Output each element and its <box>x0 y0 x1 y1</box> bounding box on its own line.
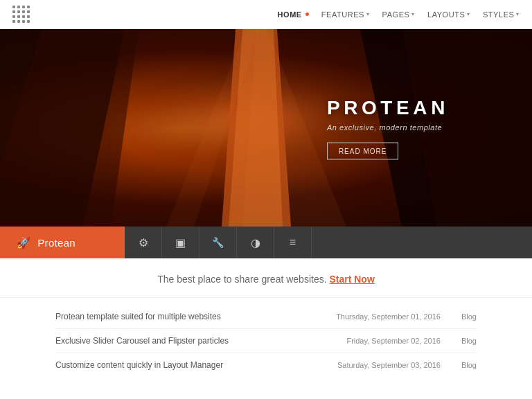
hero-canyon-svg <box>0 29 532 227</box>
nav-links: HOME FEATURES ▾ PAGES ▾ LAYOUTS ▾ STYLES… <box>278 10 520 19</box>
hero-section: PROTEAN An exclusive, modern template RE… <box>0 29 532 227</box>
toolbar-actions: ⚙ ▣ 🔧 ◑ ≡ <box>125 227 532 258</box>
nav-home-dot <box>305 12 309 16</box>
start-now-link[interactable]: Start Now <box>329 274 374 285</box>
posts-list: Protean template suited for multiple web… <box>0 298 532 384</box>
settings-button[interactable]: ⚙ <box>125 227 162 258</box>
hamburger-icon: ≡ <box>290 236 296 249</box>
toolbar: 🚀 Protean ⚙ ▣ 🔧 ◑ ≡ <box>0 227 532 258</box>
wrench-button[interactable]: 🔧 <box>200 227 237 258</box>
rocket-icon: 🚀 <box>17 236 30 249</box>
table-row: Exclusive Slider Carousel and Flipster p… <box>55 329 477 353</box>
post-date: Thursday, September 01, 2016 <box>336 312 441 321</box>
post-date: Friday, September 02, 2016 <box>346 337 441 345</box>
table-row: Protean template suited for multiple web… <box>55 305 477 329</box>
contrast-button[interactable]: ◑ <box>237 227 274 258</box>
layout-button[interactable]: ▣ <box>162 227 200 258</box>
nav-item-layouts[interactable]: LAYOUTS ▾ <box>427 10 470 19</box>
menu-button[interactable]: ≡ <box>274 227 312 258</box>
main-nav: HOME FEATURES ▾ PAGES ▾ LAYOUTS ▾ STYLES… <box>0 0 532 29</box>
hero-content: PROTEAN An exclusive, modern template RE… <box>327 96 449 159</box>
hero-title: PROTEAN <box>327 96 449 118</box>
nav-item-styles[interactable]: STYLES ▾ <box>483 10 520 19</box>
toolbar-brand[interactable]: 🚀 Protean <box>0 227 125 258</box>
post-title: Customize content quickly in Layout Mana… <box>55 360 317 370</box>
table-row: Customize content quickly in Layout Mana… <box>55 353 477 377</box>
logo-icon[interactable] <box>12 6 30 24</box>
tagline-section: The best place to share great websites. … <box>0 258 532 298</box>
post-title: Protean template suited for multiple web… <box>55 312 315 321</box>
contrast-icon: ◑ <box>251 236 260 249</box>
case-studies-heading: Our best case studies... <box>0 384 532 399</box>
nav-item-home[interactable]: HOME <box>278 10 309 19</box>
post-tag: Blog <box>461 361 477 369</box>
post-tag: Blog <box>461 337 477 345</box>
chevron-down-icon: ▾ <box>516 11 520 17</box>
post-tag: Blog <box>461 312 477 321</box>
hero-read-more-button[interactable]: READ MORE <box>327 142 399 159</box>
post-title: Exclusive Slider Carousel and Flipster p… <box>55 336 326 346</box>
wrench-icon: 🔧 <box>212 237 224 248</box>
chevron-down-icon: ▾ <box>366 11 370 17</box>
post-date: Saturday, September 03, 2016 <box>337 361 441 369</box>
chevron-down-icon: ▾ <box>467 11 470 17</box>
toolbar-brand-label: Protean <box>37 237 76 249</box>
nav-item-pages[interactable]: PAGES ▾ <box>382 10 415 19</box>
hero-subtitle: An exclusive, modern template <box>327 123 449 131</box>
chevron-down-icon: ▾ <box>411 11 415 17</box>
tagline-text: The best place to share great websites. <box>157 274 326 285</box>
columns-icon: ▣ <box>175 236 186 249</box>
nav-item-features[interactable]: FEATURES ▾ <box>321 10 370 19</box>
gear-icon: ⚙ <box>139 236 148 249</box>
